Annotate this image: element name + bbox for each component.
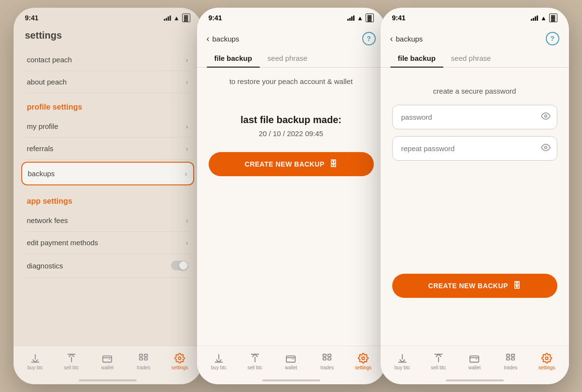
nav-sell-label: sell btc [64, 365, 79, 370]
home-indicator [262, 379, 320, 381]
battery-icon: ▓ [182, 14, 190, 22]
nav-buy-btc[interactable]: buy btc [23, 353, 47, 370]
password-section-label: create a secure password [392, 87, 557, 95]
bottom-nav: buy btc sell btc wallet [381, 346, 569, 384]
tab-seed-phrase[interactable]: seed phrase [260, 49, 315, 67]
backups-item[interactable]: backups › [21, 162, 194, 185]
nav-sell-btc[interactable]: sell btc [243, 353, 267, 370]
backup-icon: 🗄 [513, 281, 521, 290]
profile-settings-label: profile settings [25, 93, 190, 115]
nav-wallet[interactable]: wallet [279, 353, 303, 370]
svg-point-11 [362, 357, 365, 360]
help-button[interactable]: ? [546, 32, 559, 45]
status-time: 9:41 [25, 14, 39, 22]
create-backup-button[interactable]: CREATE NEW BACKUP 🗄 [209, 152, 374, 176]
diagnostics-item[interactable]: diagnostics [25, 254, 190, 278]
back-label: backups [213, 35, 240, 43]
chevron-icon: › [186, 217, 188, 224]
nav-settings[interactable]: settings [351, 353, 375, 370]
nav-settings-label: settings [355, 365, 371, 370]
signal-icon [347, 15, 355, 21]
nav-settings-label: settings [539, 365, 555, 370]
tabs: file backup seed phrase [197, 49, 385, 68]
bottom-nav: buy btc sell btc wallet [197, 346, 385, 384]
backup-info: to restore your peach account & wallet [197, 77, 385, 85]
svg-rect-8 [323, 358, 326, 360]
my-profile-item[interactable]: my profile › [25, 115, 190, 138]
nav-wallet-label: wallet [285, 365, 298, 370]
back-button[interactable]: ‹ backups [207, 34, 240, 44]
contact-peach-item[interactable]: contact peach › [25, 49, 190, 71]
diagnostics-label: diagnostics [27, 262, 63, 270]
tab-file-backup[interactable]: file backup [207, 49, 260, 67]
bottom-nav: buy btc sell btc wallet [14, 346, 202, 384]
svg-rect-6 [286, 356, 295, 362]
network-fees-label: network fees [27, 216, 68, 224]
referrals-label: referrals [27, 144, 54, 153]
diagnostics-toggle[interactable] [171, 261, 188, 270]
signal-icon [164, 15, 171, 21]
password-input[interactable] [392, 105, 557, 129]
back-button[interactable]: ‹ backups [390, 34, 423, 44]
nav-buy-label: buy btc [211, 365, 227, 370]
settings-icon [541, 353, 552, 364]
nav-buy-label: buy btc [28, 365, 43, 370]
nav-settings[interactable]: settings [535, 353, 559, 370]
home-indicator [79, 379, 137, 381]
backups-screen: 9:41 ▲ ▓ ‹ backups ? file [197, 8, 385, 384]
nav-wallet-label: wallet [101, 365, 114, 370]
status-icons: ▲ ▓ [531, 14, 557, 22]
last-backup-section: last file backup made: 20 / 10 / 2022 09… [207, 114, 376, 138]
help-button[interactable]: ? [362, 32, 376, 45]
backups-password-screen: 9:41 ▲ ▓ ‹ backups ? file [381, 8, 569, 384]
status-icons: ▲ ▓ [164, 14, 190, 22]
battery-icon: ▓ [366, 14, 374, 22]
chevron-icon: › [186, 239, 188, 247]
nav-trades[interactable]: trades [498, 353, 523, 370]
nav-wallet[interactable]: wallet [462, 353, 486, 370]
wallet-icon [285, 353, 296, 364]
nav-settings[interactable]: settings [168, 353, 192, 370]
svg-rect-15 [507, 354, 510, 356]
nav-wallet[interactable]: wallet [95, 353, 119, 370]
referrals-item[interactable]: referrals › [25, 138, 190, 160]
svg-rect-7 [323, 354, 326, 356]
nav-trades[interactable]: trades [315, 353, 339, 370]
upload-icon [250, 353, 260, 364]
create-backup-label: CREATE NEW BACKUP [428, 282, 508, 290]
settings-icon [174, 353, 185, 364]
svg-rect-3 [144, 354, 147, 356]
password-section: create a secure password [381, 77, 569, 177]
payment-methods-item[interactable]: edit payment methods › [25, 232, 190, 254]
nav-sell-label: sell btc [431, 365, 446, 370]
nav-sell-btc[interactable]: sell btc [59, 353, 84, 370]
chevron-icon: › [186, 56, 188, 64]
signal-icon [531, 15, 538, 21]
eye-icon[interactable] [541, 111, 551, 123]
my-profile-label: my profile [27, 122, 58, 130]
svg-rect-10 [328, 358, 331, 360]
svg-rect-16 [507, 358, 510, 360]
svg-rect-0 [103, 356, 112, 362]
tab-file-backup[interactable]: file backup [390, 49, 443, 67]
chevron-icon: › [186, 145, 188, 153]
nav-wallet-label: wallet [468, 365, 481, 370]
create-backup-button[interactable]: CREATE NEW BACKUP 🗄 [392, 274, 557, 298]
trades-icon [505, 353, 516, 364]
download-icon [30, 353, 41, 364]
tab-seed-phrase[interactable]: seed phrase [443, 49, 499, 67]
wallet-icon [469, 353, 480, 364]
about-peach-item[interactable]: about peach › [25, 71, 190, 93]
upload-icon [433, 353, 444, 364]
create-backup-label: CREATE NEW BACKUP [245, 160, 325, 168]
nav-buy-btc[interactable]: buy btc [207, 353, 231, 370]
network-fees-item[interactable]: network fees › [25, 210, 190, 232]
last-backup-date: 20 / 10 / 2022 09:45 [207, 129, 376, 138]
nav-trades[interactable]: trades [131, 353, 156, 370]
nav-sell-btc[interactable]: sell btc [426, 353, 451, 370]
eye-icon-repeat[interactable] [541, 142, 551, 154]
app-settings-label: app settings [25, 187, 190, 210]
nav-buy-btc[interactable]: buy btc [390, 353, 414, 370]
repeat-password-input[interactable] [392, 136, 557, 161]
chevron-icon: › [186, 78, 188, 86]
